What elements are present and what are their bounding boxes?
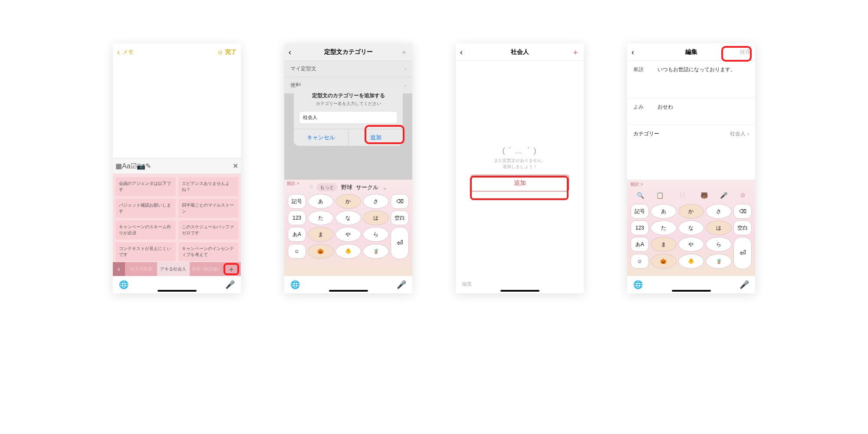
key[interactable]: た	[651, 220, 677, 235]
confirm-add-button[interactable]: 追加	[348, 129, 403, 146]
search-icon[interactable]: 🔍	[637, 192, 644, 199]
add-phrase-button[interactable]: 追加	[471, 175, 569, 191]
markup-icon[interactable]: ✎	[145, 162, 151, 170]
suggestion[interactable]: キャンペーンのスキーム作りが必須	[115, 220, 176, 240]
key[interactable]: 🎃	[651, 254, 677, 269]
key-enter[interactable]: ⏎	[391, 227, 409, 259]
key[interactable]: 🧋	[706, 254, 732, 269]
close-icon[interactable]: ✕	[233, 162, 238, 170]
key-enter[interactable]: ⏎	[733, 237, 752, 269]
candidate[interactable]: 野球	[341, 184, 352, 191]
key[interactable]: ら	[363, 227, 389, 242]
key-space[interactable]: 空白	[391, 210, 409, 225]
key[interactable]: や	[335, 227, 362, 242]
phrase-suggestions: 会議のアジェンダは以下です エビデンスありませんよね？ バジェット確認お願いしま…	[113, 174, 241, 262]
suggestion[interactable]: エビデンスありませんよね？	[178, 177, 239, 196]
key[interactable]: な	[335, 210, 362, 225]
tab[interactable]: 挨拶 <敬語編>	[190, 262, 222, 276]
suggestion[interactable]: 会議のアジェンダは以下です	[115, 177, 176, 196]
key[interactable]: さ	[363, 194, 389, 209]
back-button[interactable]: ‹	[460, 48, 463, 56]
key[interactable]: た	[308, 210, 334, 225]
suggestion[interactable]: 四半期ごとのマイルストーン	[178, 199, 239, 218]
mic-icon[interactable]: 🎤	[720, 192, 727, 199]
category-name-input[interactable]: 社会人	[299, 111, 398, 124]
key-mode[interactable]: あA	[288, 227, 306, 242]
word-input[interactable]: いつもお世話になっております。	[658, 66, 749, 73]
add-category-modal: 定型文のカテゴリーを追加する カテゴリー名を入力してください 社会人 キャンセル…	[294, 86, 403, 146]
tab-selected[interactable]: デキる社会人	[157, 262, 189, 276]
candidate[interactable]: サークル	[356, 184, 378, 191]
text-format-icon[interactable]: Aa	[122, 162, 131, 170]
reading-row[interactable]: よみ おせわ	[627, 98, 755, 116]
translate-toggle[interactable]: 翻訳 >	[287, 181, 299, 187]
chevron-down-icon[interactable]: ⌄	[382, 183, 388, 191]
globe-icon[interactable]: 🌐	[290, 280, 300, 289]
checklist-icon[interactable]: ☑︎	[131, 162, 137, 170]
key[interactable]: か	[335, 194, 362, 209]
key-symbols[interactable]: 記号	[288, 194, 306, 209]
key[interactable]: は	[363, 210, 389, 225]
suggestion[interactable]: コンテキストが見えにくいです	[115, 242, 176, 261]
back-button[interactable]: ‹	[631, 48, 634, 56]
key-emoji[interactable]: ☺	[631, 254, 649, 269]
bear-icon[interactable]: 🐻	[700, 192, 708, 199]
cancel-button[interactable]: キャンセル	[294, 129, 348, 146]
more-icon[interactable]: ⊙	[218, 49, 223, 56]
suggestion[interactable]: このスケジュールバッファゼロです	[178, 220, 239, 240]
globe-icon[interactable]: 🌐	[633, 280, 643, 289]
key[interactable]: さ	[706, 204, 732, 219]
key-123[interactable]: 123	[631, 220, 649, 235]
save-button[interactable]: 保存	[740, 48, 751, 56]
key-emoji[interactable]: ☺	[288, 244, 306, 259]
gear-icon[interactable]: ⚙	[740, 192, 746, 199]
category-select-row[interactable]: カテゴリー 社会人 ›	[627, 125, 755, 143]
key[interactable]: ま	[651, 237, 677, 252]
tab[interactable]: 絵文字吹雪	[125, 262, 157, 276]
key[interactable]: は	[706, 220, 732, 235]
translate-toggle[interactable]: 翻訳 >	[627, 180, 755, 189]
key[interactable]: な	[678, 220, 704, 235]
key[interactable]: ら	[706, 237, 732, 252]
done-button[interactable]: 完了	[225, 48, 237, 56]
camera-icon[interactable]: 📷	[137, 162, 145, 170]
clipboard-icon[interactable]: 📋	[656, 192, 664, 199]
suggestion[interactable]: キャンペーンのインセンティブを考えて	[178, 242, 239, 261]
key-mode[interactable]: あA	[631, 237, 649, 252]
key[interactable]: 🐥	[678, 254, 704, 269]
word-row[interactable]: 単語 いつもお世話になっております。	[627, 61, 755, 79]
key-symbols[interactable]: 記号	[631, 204, 649, 219]
add-category-button[interactable]: ＋	[224, 263, 239, 275]
kana-keyboard: 翻訳 > ⠿ もっと 野球 サークル ⌄ 記号 あ か さ ⌫ 123 た な …	[284, 180, 412, 276]
key[interactable]: か	[678, 204, 704, 219]
back-button[interactable]: ‹ メモ	[117, 48, 143, 56]
mic-icon[interactable]: 🎤	[225, 280, 235, 289]
mic-icon[interactable]: 🎤	[397, 280, 406, 289]
key[interactable]: 🧋	[363, 244, 389, 259]
key-delete[interactable]: ⌫	[733, 204, 752, 219]
key[interactable]: あ	[308, 194, 334, 209]
back-button[interactable]: ‹	[289, 48, 291, 56]
key[interactable]: や	[678, 237, 704, 252]
add-icon[interactable]: ＋	[400, 47, 408, 57]
note-body[interactable]	[113, 61, 241, 158]
chevron-right-icon: ›	[747, 131, 749, 137]
category-row[interactable]: マイ定型文 ›	[284, 61, 412, 77]
key[interactable]: あ	[651, 204, 677, 219]
reading-input[interactable]: おせわ	[658, 103, 749, 111]
key-delete[interactable]: ⌫	[391, 194, 409, 209]
globe-icon[interactable]: 🌐	[119, 280, 128, 289]
bracket-icon[interactable]: 〈〉	[676, 191, 688, 199]
add-icon[interactable]: ＋	[572, 47, 579, 57]
candidate-more[interactable]: もっと	[316, 183, 338, 191]
key[interactable]: 🎃	[308, 244, 334, 259]
key-space[interactable]: 空白	[733, 220, 752, 235]
key[interactable]: ま	[308, 227, 334, 242]
suggestion[interactable]: バジェット確認お願いします	[115, 199, 176, 218]
key[interactable]: 🐥	[335, 244, 362, 259]
empty-message: 追加しましょう！	[503, 164, 537, 169]
mic-icon[interactable]: 🎤	[740, 280, 749, 289]
table-icon[interactable]: ▦	[115, 162, 122, 170]
key-123[interactable]: 123	[288, 210, 306, 225]
tabs-back[interactable]: ‹	[113, 262, 125, 276]
